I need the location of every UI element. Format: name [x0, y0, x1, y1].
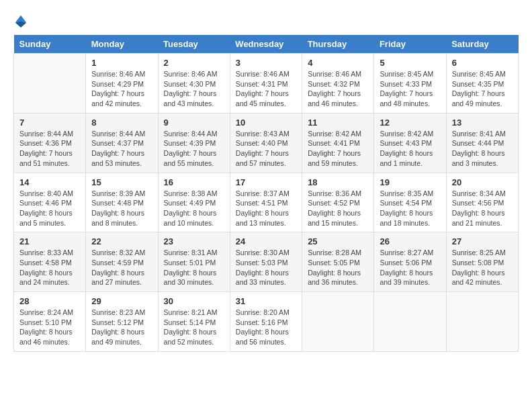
day-header-saturday: Saturday	[446, 35, 518, 54]
day-info: Sunrise: 8:45 AM Sunset: 4:33 PM Dayligh…	[380, 69, 440, 109]
calendar-cell	[446, 292, 518, 352]
calendar-cell: 1Sunrise: 8:46 AM Sunset: 4:29 PM Daylig…	[86, 54, 158, 113]
day-info: Sunrise: 8:30 AM Sunset: 5:03 PM Dayligh…	[236, 248, 296, 287]
day-header-wednesday: Wednesday	[230, 35, 302, 54]
calendar-cell: 22Sunrise: 8:32 AM Sunset: 4:59 PM Dayli…	[86, 232, 158, 292]
day-number: 14	[19, 177, 80, 187]
day-number: 24	[236, 236, 296, 246]
logo-icon	[13, 13, 28, 28]
calendar-cell: 9Sunrise: 8:44 AM Sunset: 4:39 PM Daylig…	[158, 113, 230, 173]
day-number: 8	[91, 118, 152, 128]
day-info: Sunrise: 8:35 AM Sunset: 4:54 PM Dayligh…	[380, 189, 440, 228]
day-info: Sunrise: 8:32 AM Sunset: 4:59 PM Dayligh…	[91, 248, 152, 287]
calendar-cell: 17Sunrise: 8:37 AM Sunset: 4:51 PM Dayli…	[230, 173, 302, 232]
day-info: Sunrise: 8:36 AM Sunset: 4:52 PM Dayligh…	[308, 189, 368, 228]
day-info: Sunrise: 8:25 AM Sunset: 5:08 PM Dayligh…	[452, 248, 513, 287]
day-header-monday: Monday	[86, 35, 158, 54]
day-info: Sunrise: 8:44 AM Sunset: 4:39 PM Dayligh…	[164, 129, 224, 169]
day-number: 11	[308, 118, 368, 128]
calendar-cell: 12Sunrise: 8:42 AM Sunset: 4:43 PM Dayli…	[374, 113, 446, 173]
day-info: Sunrise: 8:37 AM Sunset: 4:51 PM Dayligh…	[236, 189, 296, 228]
day-number: 27	[452, 236, 513, 246]
day-info: Sunrise: 8:41 AM Sunset: 4:44 PM Dayligh…	[452, 129, 513, 169]
day-info: Sunrise: 8:23 AM Sunset: 5:12 PM Dayligh…	[91, 308, 152, 347]
day-info: Sunrise: 8:43 AM Sunset: 4:40 PM Dayligh…	[236, 129, 296, 169]
day-info: Sunrise: 8:20 AM Sunset: 5:16 PM Dayligh…	[236, 308, 296, 347]
calendar-week-row: 1Sunrise: 8:46 AM Sunset: 4:29 PM Daylig…	[14, 54, 519, 113]
calendar-cell: 28Sunrise: 8:24 AM Sunset: 5:10 PM Dayli…	[14, 292, 86, 352]
day-number: 20	[452, 177, 513, 187]
calendar-cell: 4Sunrise: 8:46 AM Sunset: 4:32 PM Daylig…	[302, 54, 374, 113]
day-number: 16	[164, 177, 224, 187]
day-info: Sunrise: 8:24 AM Sunset: 5:10 PM Dayligh…	[19, 308, 80, 347]
calendar-table: SundayMondayTuesdayWednesdayThursdayFrid…	[13, 35, 519, 352]
calendar-cell: 24Sunrise: 8:30 AM Sunset: 5:03 PM Dayli…	[230, 232, 302, 292]
calendar-cell: 27Sunrise: 8:25 AM Sunset: 5:08 PM Dayli…	[446, 232, 518, 292]
day-info: Sunrise: 8:40 AM Sunset: 4:46 PM Dayligh…	[19, 189, 80, 228]
day-header-friday: Friday	[374, 35, 446, 54]
page-header	[13, 13, 519, 28]
day-number: 1	[91, 58, 152, 68]
day-number: 30	[164, 296, 224, 306]
day-number: 2	[164, 58, 224, 68]
day-number: 17	[236, 177, 296, 187]
day-number: 25	[308, 236, 368, 246]
calendar-cell: 21Sunrise: 8:33 AM Sunset: 4:58 PM Dayli…	[14, 232, 86, 292]
calendar-cell: 20Sunrise: 8:34 AM Sunset: 4:56 PM Dayli…	[446, 173, 518, 232]
day-info: Sunrise: 8:42 AM Sunset: 4:43 PM Dayligh…	[380, 129, 440, 169]
day-number: 21	[19, 236, 80, 246]
day-info: Sunrise: 8:27 AM Sunset: 5:06 PM Dayligh…	[380, 248, 440, 287]
day-info: Sunrise: 8:21 AM Sunset: 5:14 PM Dayligh…	[164, 308, 224, 347]
day-info: Sunrise: 8:44 AM Sunset: 4:37 PM Dayligh…	[91, 129, 152, 169]
day-info: Sunrise: 8:31 AM Sunset: 5:01 PM Dayligh…	[164, 248, 224, 287]
day-header-tuesday: Tuesday	[158, 35, 230, 54]
day-number: 13	[452, 118, 513, 128]
calendar-cell	[374, 292, 446, 352]
day-number: 18	[308, 177, 368, 187]
day-info: Sunrise: 8:33 AM Sunset: 4:58 PM Dayligh…	[19, 248, 80, 287]
day-info: Sunrise: 8:28 AM Sunset: 5:05 PM Dayligh…	[308, 248, 368, 287]
calendar-cell: 16Sunrise: 8:38 AM Sunset: 4:49 PM Dayli…	[158, 173, 230, 232]
day-info: Sunrise: 8:46 AM Sunset: 4:30 PM Dayligh…	[164, 69, 224, 109]
calendar-cell	[14, 54, 86, 113]
calendar-cell: 10Sunrise: 8:43 AM Sunset: 4:40 PM Dayli…	[230, 113, 302, 173]
calendar-cell: 13Sunrise: 8:41 AM Sunset: 4:44 PM Dayli…	[446, 113, 518, 173]
calendar-week-row: 7Sunrise: 8:44 AM Sunset: 4:36 PM Daylig…	[14, 113, 519, 173]
day-number: 19	[380, 177, 440, 187]
calendar-cell: 14Sunrise: 8:40 AM Sunset: 4:46 PM Dayli…	[14, 173, 86, 232]
day-number: 29	[91, 296, 152, 306]
day-info: Sunrise: 8:46 AM Sunset: 4:31 PM Dayligh…	[236, 69, 296, 109]
calendar-cell: 30Sunrise: 8:21 AM Sunset: 5:14 PM Dayli…	[158, 292, 230, 352]
day-number: 4	[308, 58, 368, 68]
day-info: Sunrise: 8:46 AM Sunset: 4:32 PM Dayligh…	[308, 69, 368, 109]
logo	[13, 13, 30, 28]
day-number: 28	[19, 296, 80, 306]
day-number: 31	[236, 296, 296, 306]
day-number: 12	[380, 118, 440, 128]
day-info: Sunrise: 8:45 AM Sunset: 4:35 PM Dayligh…	[452, 69, 513, 109]
day-number: 7	[19, 118, 80, 128]
calendar-cell: 2Sunrise: 8:46 AM Sunset: 4:30 PM Daylig…	[158, 54, 230, 113]
day-number: 23	[164, 236, 224, 246]
calendar-header-row: SundayMondayTuesdayWednesdayThursdayFrid…	[14, 35, 519, 54]
calendar-cell: 11Sunrise: 8:42 AM Sunset: 4:41 PM Dayli…	[302, 113, 374, 173]
day-number: 3	[236, 58, 296, 68]
calendar-week-row: 14Sunrise: 8:40 AM Sunset: 4:46 PM Dayli…	[14, 173, 519, 232]
day-info: Sunrise: 8:44 AM Sunset: 4:36 PM Dayligh…	[19, 129, 80, 169]
calendar-cell: 19Sunrise: 8:35 AM Sunset: 4:54 PM Dayli…	[374, 173, 446, 232]
day-header-sunday: Sunday	[14, 35, 86, 54]
day-number: 10	[236, 118, 296, 128]
day-info: Sunrise: 8:34 AM Sunset: 4:56 PM Dayligh…	[452, 189, 513, 228]
day-number: 6	[452, 58, 513, 68]
calendar-cell: 5Sunrise: 8:45 AM Sunset: 4:33 PM Daylig…	[374, 54, 446, 113]
day-number: 9	[164, 118, 224, 128]
day-info: Sunrise: 8:39 AM Sunset: 4:48 PM Dayligh…	[91, 189, 152, 228]
day-number: 22	[91, 236, 152, 246]
calendar-cell: 25Sunrise: 8:28 AM Sunset: 5:05 PM Dayli…	[302, 232, 374, 292]
calendar-cell: 18Sunrise: 8:36 AM Sunset: 4:52 PM Dayli…	[302, 173, 374, 232]
calendar-cell: 15Sunrise: 8:39 AM Sunset: 4:48 PM Dayli…	[86, 173, 158, 232]
calendar-week-row: 21Sunrise: 8:33 AM Sunset: 4:58 PM Dayli…	[14, 232, 519, 292]
day-number: 26	[380, 236, 440, 246]
day-number: 5	[380, 58, 440, 68]
calendar-week-row: 28Sunrise: 8:24 AM Sunset: 5:10 PM Dayli…	[14, 292, 519, 352]
